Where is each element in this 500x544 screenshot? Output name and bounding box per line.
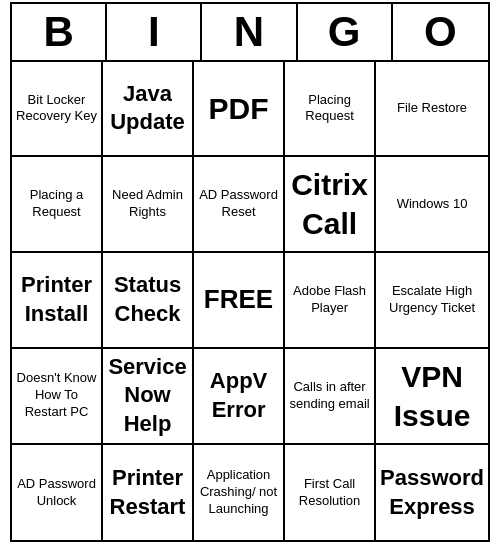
bingo-cell-22: Application Crashing/ not Launching — [194, 445, 285, 541]
bingo-cell-1: Java Update — [103, 62, 194, 158]
bingo-cell-10: Printer Install — [12, 253, 103, 349]
bingo-cell-24: Password Express — [376, 445, 488, 541]
cell-text-8: Citrix Call — [289, 165, 370, 243]
cell-text-13: Adobe Flash Player — [289, 283, 370, 317]
cell-text-15: Doesn't Know How To Restart PC — [16, 370, 97, 421]
cell-text-12: FREE — [204, 283, 273, 317]
bingo-letter-i: I — [107, 4, 202, 60]
bingo-header: BINGO — [12, 4, 488, 62]
bingo-cell-2: PDF — [194, 62, 285, 158]
cell-text-22: Application Crashing/ not Launching — [198, 467, 279, 518]
cell-text-20: AD Password Unlock — [16, 476, 97, 510]
cell-text-3: Placing Request — [289, 92, 370, 126]
bingo-cell-9: Windows 10 — [376, 157, 488, 253]
bingo-cell-3: Placing Request — [285, 62, 376, 158]
cell-text-4: File Restore — [397, 100, 467, 117]
cell-text-19: VPN Issue — [380, 357, 484, 435]
bingo-cell-20: AD Password Unlock — [12, 445, 103, 541]
cell-text-9: Windows 10 — [397, 196, 468, 213]
cell-text-2: PDF — [209, 89, 269, 128]
cell-text-17: AppV Error — [198, 367, 279, 424]
bingo-cell-8: Citrix Call — [285, 157, 376, 253]
bingo-cell-12: FREE — [194, 253, 285, 349]
bingo-cell-17: AppV Error — [194, 349, 285, 445]
bingo-cell-19: VPN Issue — [376, 349, 488, 445]
bingo-cell-6: Need Admin Rights — [103, 157, 194, 253]
bingo-cell-5: Placing a Request — [12, 157, 103, 253]
bingo-letter-n: N — [202, 4, 297, 60]
bingo-letter-o: O — [393, 4, 488, 60]
bingo-cell-14: Escalate High Urgency Ticket — [376, 253, 488, 349]
bingo-cell-16: Service Now Help — [103, 349, 194, 445]
cell-text-16: Service Now Help — [107, 353, 188, 439]
bingo-cell-4: File Restore — [376, 62, 488, 158]
cell-text-6: Need Admin Rights — [107, 187, 188, 221]
bingo-cell-13: Adobe Flash Player — [285, 253, 376, 349]
bingo-cell-21: Printer Restart — [103, 445, 194, 541]
bingo-letter-g: G — [298, 4, 393, 60]
cell-text-0: Bit Locker Recovery Key — [16, 92, 97, 126]
bingo-cell-15: Doesn't Know How To Restart PC — [12, 349, 103, 445]
cell-text-11: Status Check — [107, 271, 188, 328]
bingo-cell-7: AD Password Reset — [194, 157, 285, 253]
bingo-cell-0: Bit Locker Recovery Key — [12, 62, 103, 158]
bingo-cell-23: First Call Resolution — [285, 445, 376, 541]
bingo-cell-18: Calls in after sending email — [285, 349, 376, 445]
cell-text-14: Escalate High Urgency Ticket — [380, 283, 484, 317]
bingo-card: BINGO Bit Locker Recovery KeyJava Update… — [10, 2, 490, 543]
cell-text-21: Printer Restart — [107, 464, 188, 521]
cell-text-7: AD Password Reset — [198, 187, 279, 221]
cell-text-5: Placing a Request — [16, 187, 97, 221]
bingo-cell-11: Status Check — [103, 253, 194, 349]
bingo-grid: Bit Locker Recovery KeyJava UpdatePDFPla… — [12, 62, 488, 541]
cell-text-24: Password Express — [380, 464, 484, 521]
cell-text-18: Calls in after sending email — [289, 379, 370, 413]
cell-text-10: Printer Install — [16, 271, 97, 328]
cell-text-23: First Call Resolution — [289, 476, 370, 510]
bingo-letter-b: B — [12, 4, 107, 60]
cell-text-1: Java Update — [107, 80, 188, 137]
